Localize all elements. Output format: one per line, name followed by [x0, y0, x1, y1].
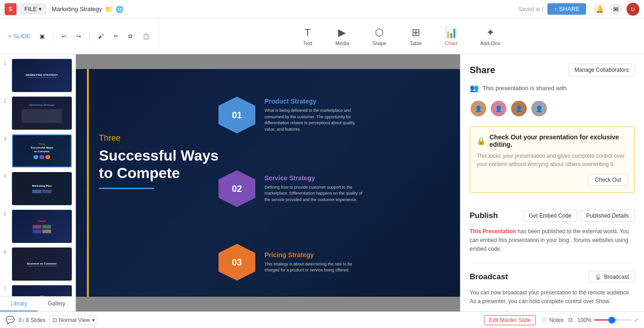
table-tool-button[interactable]: ⊞ Table: [405, 23, 426, 50]
collaborators-avatars: 👤 👤 👤 👤: [470, 100, 635, 117]
broadcast-title: Broadcast: [470, 272, 508, 282]
slide-thumb-1[interactable]: 1 MARKETING STRATEGY: [3, 58, 73, 93]
broadcast-section: Broadcast 📡 Broadcast You can now broadc…: [470, 271, 635, 306]
hex-item-3: 03 Pricing Strategy This strategy is abo…: [218, 244, 366, 281]
table-tool-label: Table: [410, 40, 422, 46]
slide-underline: [99, 188, 154, 189]
doc-title: Marketing Strategy 📁 🌐: [52, 6, 123, 13]
slide-thumb-4[interactable]: 4 Marketing Plan: [3, 171, 73, 206]
slide-main-title: Successful Waysto Compete: [99, 147, 218, 182]
share-panel: Share Manage Collaborators 👥 This presen…: [460, 54, 644, 311]
slide-thumb-7[interactable]: 7: [3, 284, 73, 296]
user-avatar-title[interactable]: U: [627, 3, 639, 16]
paste-icon: 📋: [143, 33, 150, 40]
checkout-desc: This locks your presentation and gives c…: [477, 152, 628, 168]
publish-header: Publish Get Embed Code Published Details: [470, 210, 635, 222]
collaborator-avatar-2: 👤: [490, 100, 507, 117]
paste-button[interactable]: 📋: [139, 31, 153, 41]
comment-icon[interactable]: 💬: [6, 316, 15, 324]
section-divider-2: [470, 263, 635, 264]
file-menu-button[interactable]: FILE ▾: [20, 4, 46, 14]
mail-icon[interactable]: ✉: [610, 3, 622, 15]
broadcast-button[interactable]: 📡 Broadcast: [589, 271, 635, 283]
share-button[interactable]: ↑ SHARE: [547, 3, 586, 15]
chart-tool-button[interactable]: 📊 Chart: [440, 23, 462, 50]
left-accent-bar: [87, 69, 89, 297]
zoom-expand-icon[interactable]: ⤢: [634, 317, 638, 323]
title-bar: S FILE ▾ Marketing Strategy 📁 🌐 Saved at…: [0, 0, 644, 18]
slide-image-6: Business as Customer: [12, 247, 72, 281]
plus-icon: +: [8, 33, 12, 40]
shared-with-text: This presentation is shared with: [483, 85, 567, 92]
checkout-button[interactable]: Check Out: [588, 174, 628, 186]
share-header: Share Manage Collaborators: [470, 63, 635, 76]
total-slides: 8 Slides: [26, 317, 46, 323]
wifi-icon: 📡: [595, 274, 602, 280]
slide-thumb-3[interactable]: 3 Three Successful Ways to Compete: [3, 133, 73, 168]
checkout-header: 🔒 Check Out your presentation for exclus…: [477, 133, 628, 148]
lock-icon: 🔒: [477, 137, 486, 145]
publish-title: Publish: [470, 211, 498, 220]
hex-item-1: 01 Product Strategy What is being delive…: [218, 97, 366, 133]
undo-button[interactable]: ↩: [58, 31, 70, 41]
hex-title-2: Service Strategy: [264, 174, 366, 182]
library-tab[interactable]: Library: [0, 297, 38, 311]
slide-thumb-5[interactable]: 5 SWOT: [3, 209, 73, 244]
layout-button[interactable]: ▣: [36, 31, 48, 41]
collaborator-avatar-1: 👤: [470, 100, 487, 117]
view-icon: ⊡: [52, 317, 57, 323]
section-divider-1: [470, 202, 635, 202]
slide-image-1: MARKETING STRATEGY: [12, 59, 72, 92]
redo-button[interactable]: ↪: [73, 31, 85, 41]
zoom-control: 100% ⤢: [577, 317, 638, 323]
zoom-slider[interactable]: [594, 319, 631, 321]
slide-title-area: Three Successful Waysto Compete: [99, 133, 218, 189]
gallery-tab[interactable]: Gallery: [38, 297, 75, 311]
media-tool-button[interactable]: ▶ Media: [331, 23, 354, 50]
shape-icon: ⬡: [375, 27, 384, 39]
hex-3: 03: [218, 244, 255, 281]
bottom-left: 💬 3 / 8 Slides ⊡ Normal View ▾: [6, 316, 98, 325]
notes-label: Notes: [549, 317, 564, 323]
text-tool-button[interactable]: T Text: [299, 23, 317, 50]
published-details-button[interactable]: Published Details: [580, 210, 635, 222]
zoom-level: 100%: [577, 317, 592, 323]
people-icon: 👥: [470, 84, 479, 92]
slide-subtitle: Three: [99, 133, 218, 143]
collaborator-avatar-3: 👤: [510, 100, 528, 117]
publish-section: Publish Get Embed Code Published Details…: [470, 210, 635, 254]
hex-2: 02: [218, 170, 255, 207]
shape-tool-button[interactable]: ⬡ Shape: [368, 23, 391, 50]
addons-tool-button[interactable]: ✦ Add-Ons: [476, 23, 505, 50]
paint-button[interactable]: 🖌: [94, 31, 107, 41]
view-mode-selector[interactable]: ⊡ Normal View ▾: [49, 316, 98, 325]
slides-list: 1 MARKETING STRATEGY 2 Marketing Strateg…: [0, 54, 75, 296]
copy-icon: ⧉: [128, 33, 132, 40]
hex-desc-2: Defining how to provide customer support…: [264, 184, 366, 203]
manage-collaborators-button[interactable]: Manage Collaborators: [569, 63, 635, 76]
toolbar-center: T Text ▶ Media ⬡ Shape ⊞ Table 📊 Chart ✦…: [159, 18, 644, 54]
slide-canvas: Three Successful Waysto Compete 01 Produ…: [76, 69, 460, 297]
slide-thumb-6[interactable]: 6 Business as Customer: [3, 247, 73, 282]
toolbar-separator-2: [89, 31, 90, 42]
slide-indicator: 3 / 8 Slides: [18, 317, 46, 323]
add-slide-button[interactable]: + Notes SLIDE: [6, 31, 33, 41]
get-embed-code-button[interactable]: Get Embed Code: [523, 210, 578, 222]
chart-tool-label: Chart: [445, 40, 457, 46]
notes-button[interactable]: 📄 Notes: [540, 317, 564, 323]
current-slide-number: 3: [18, 317, 22, 323]
hex-content-2: Service Strategy Defining how to provide…: [264, 174, 366, 203]
shape-tool-label: Shape: [372, 40, 387, 46]
notification-icon[interactable]: 🔔: [593, 3, 605, 15]
main-content: 1 MARKETING STRATEGY 2 Marketing Strateg…: [0, 54, 644, 311]
copy-button[interactable]: ⧉: [125, 31, 136, 41]
saved-status: Saved at (: [518, 6, 544, 12]
slide-thumb-2[interactable]: 2 Marketing Strategy: [3, 96, 73, 131]
cut-button[interactable]: ✂: [110, 31, 122, 41]
edit-master-slide-button[interactable]: Edit Master Slide: [484, 315, 536, 325]
text-tool-label: Text: [303, 40, 312, 46]
toolbar: + Notes SLIDE ▣ ↩ ↪ 🖌 ✂ ⧉ 📋 T Text: [0, 18, 644, 54]
redo-icon: ↪: [76, 33, 81, 40]
slide-image-7: [12, 285, 72, 296]
toolbar-separator-1: [53, 31, 53, 42]
